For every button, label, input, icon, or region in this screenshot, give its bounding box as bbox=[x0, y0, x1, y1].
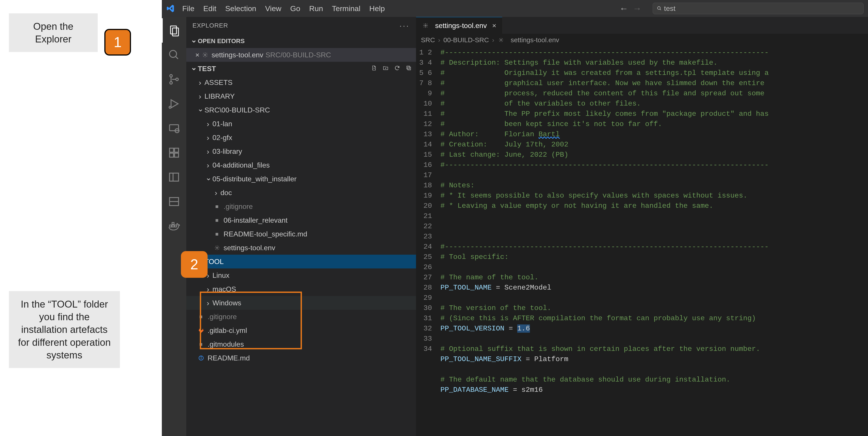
breadcrumb-part[interactable]: settings-tool.env bbox=[510, 36, 559, 44]
activity-source-control-icon[interactable] bbox=[162, 67, 186, 92]
menu-edit[interactable]: Edit bbox=[203, 4, 216, 13]
collapse-all-icon[interactable] bbox=[406, 65, 411, 72]
file-settings-env[interactable]: settings-tool.env bbox=[186, 241, 416, 255]
new-file-icon[interactable] bbox=[371, 65, 377, 72]
svg-rect-13 bbox=[169, 148, 174, 152]
file-readme[interactable]: README.md bbox=[186, 351, 416, 365]
menu-go[interactable]: Go bbox=[290, 4, 300, 13]
svg-point-25 bbox=[205, 54, 206, 56]
file-gitlab-ci[interactable]: .gitlab-ci.yml bbox=[186, 324, 416, 337]
folder-01-lan[interactable]: 01-lan bbox=[186, 117, 416, 131]
diamond-icon bbox=[196, 339, 207, 350]
menu-terminal[interactable]: Terminal bbox=[332, 4, 360, 13]
folder-tool[interactable]: TOOL bbox=[186, 255, 416, 268]
folder-library[interactable]: LIBRARY bbox=[186, 89, 416, 103]
svg-line-1 bbox=[660, 9, 661, 10]
diamond-icon bbox=[212, 201, 222, 212]
new-folder-icon[interactable] bbox=[383, 65, 389, 72]
activity-run-debug-icon[interactable] bbox=[162, 92, 186, 116]
folder-doc[interactable]: doc bbox=[186, 186, 416, 200]
editor-tabs: settings-tool.env × bbox=[416, 17, 868, 34]
annotation-1: Open the Explorer bbox=[9, 13, 98, 52]
tab-label: settings-tool.env bbox=[435, 22, 487, 30]
menu-view[interactable]: View bbox=[265, 4, 281, 13]
svg-marker-9 bbox=[171, 100, 178, 108]
chevron-right-icon: › bbox=[492, 36, 494, 44]
diamond-icon bbox=[212, 215, 222, 226]
menu-selection[interactable]: Selection bbox=[225, 4, 256, 13]
svg-rect-24 bbox=[172, 223, 174, 225]
svg-rect-17 bbox=[169, 173, 179, 181]
code-body[interactable]: #---------------------------------------… bbox=[436, 46, 868, 436]
search-value: test bbox=[664, 4, 676, 13]
svg-rect-3 bbox=[173, 28, 179, 36]
folder-src-build[interactable]: SRC\00-BUILD-SRC bbox=[186, 103, 416, 117]
menu-file[interactable]: File bbox=[182, 4, 194, 13]
svg-point-0 bbox=[657, 6, 660, 9]
activity-docker-icon[interactable] bbox=[162, 214, 186, 238]
editor-tab-settings[interactable]: settings-tool.env × bbox=[416, 17, 502, 34]
file-gitignore-1[interactable]: .gitignore bbox=[186, 200, 416, 213]
close-tab-icon[interactable]: × bbox=[492, 22, 496, 30]
svg-rect-11 bbox=[169, 125, 179, 131]
menu-bar: File Edit Selection View Go Run Terminal… bbox=[162, 0, 868, 17]
step-badge-1: 1 bbox=[104, 29, 131, 56]
explorer-more-icon[interactable]: ··· bbox=[400, 21, 410, 30]
folder-linux[interactable]: Linux bbox=[186, 268, 416, 282]
folder-windows[interactable]: Windows bbox=[186, 296, 416, 310]
folder-04-additional[interactable]: 04-additional_files bbox=[186, 158, 416, 172]
activity-panel-b-icon[interactable] bbox=[162, 189, 186, 214]
breadcrumb-part[interactable]: 00-BUILD-SRC bbox=[443, 36, 489, 44]
folder-02-gfx[interactable]: 02-gfx bbox=[186, 131, 416, 144]
file-gitmodules[interactable]: .gitmodules bbox=[186, 337, 416, 351]
svg-point-32 bbox=[425, 25, 426, 26]
folder-05-distribute[interactable]: 05-distribute_with_installer bbox=[186, 172, 416, 186]
open-editor-item[interactable]: × settings-tool.env SRC/00-BUILD-SRC bbox=[186, 48, 416, 62]
close-editor-icon[interactable]: × bbox=[193, 51, 202, 59]
open-editors-label: OPEN EDITORS bbox=[198, 37, 245, 45]
step-badge-2: 2 bbox=[181, 251, 208, 278]
svg-rect-21 bbox=[169, 225, 172, 227]
file-readme-tool[interactable]: README-tool_specific.md bbox=[186, 227, 416, 241]
file-06-installer[interactable]: 06-installer_relevant bbox=[186, 213, 416, 227]
nav-forward-icon[interactable]: → bbox=[633, 4, 642, 13]
folder-03-library[interactable]: 03-library bbox=[186, 144, 416, 158]
menu-help[interactable]: Help bbox=[369, 4, 385, 13]
activity-extensions-icon[interactable] bbox=[162, 141, 186, 165]
nav-back-icon[interactable]: ← bbox=[619, 4, 628, 13]
code-editor[interactable]: 1 2 3 4 5 6 7 8 9 10 11 12 13 14 15 16 1… bbox=[416, 46, 868, 436]
open-editor-filename: settings-tool.env bbox=[212, 51, 263, 59]
folder-assets[interactable]: ASSETS bbox=[186, 76, 416, 89]
svg-point-8 bbox=[176, 78, 178, 81]
activity-remote-icon[interactable] bbox=[162, 116, 186, 141]
diamond-icon bbox=[196, 311, 207, 322]
refresh-icon[interactable] bbox=[394, 65, 400, 72]
activity-bar bbox=[162, 17, 186, 436]
gear-icon bbox=[497, 36, 505, 44]
workspace-root[interactable]: TEST bbox=[186, 62, 416, 76]
command-center-search[interactable]: test bbox=[653, 3, 864, 14]
open-editors-header[interactable]: OPEN EDITORS bbox=[186, 34, 416, 48]
folder-macos[interactable]: macOS bbox=[186, 282, 416, 296]
editor-area: settings-tool.env × SRC › 00-BUILD-SRC ›… bbox=[416, 17, 868, 436]
menu-run[interactable]: Run bbox=[309, 4, 323, 13]
breadcrumb-part[interactable]: SRC bbox=[421, 36, 435, 44]
file-gitignore-2[interactable]: .gitignore bbox=[186, 310, 416, 324]
svg-rect-16 bbox=[175, 153, 179, 157]
breadcrumbs[interactable]: SRC › 00-BUILD-SRC › settings-tool.env bbox=[416, 34, 868, 46]
activity-explorer-icon[interactable] bbox=[162, 18, 186, 43]
svg-point-7 bbox=[170, 82, 172, 84]
activity-panel-a-icon[interactable] bbox=[162, 165, 186, 189]
diamond-icon bbox=[212, 229, 222, 239]
svg-line-5 bbox=[176, 56, 178, 59]
explorer-sidebar: EXPLORER ··· OPEN EDITORS × settings-too… bbox=[186, 17, 416, 436]
gitlab-icon bbox=[197, 327, 205, 334]
svg-rect-22 bbox=[172, 225, 174, 227]
svg-rect-2 bbox=[170, 26, 177, 34]
svg-rect-15 bbox=[169, 153, 174, 157]
explorer-header: EXPLORER ··· bbox=[186, 17, 416, 34]
activity-search-icon[interactable] bbox=[162, 43, 186, 67]
svg-point-33 bbox=[501, 39, 502, 41]
svg-rect-23 bbox=[175, 225, 177, 227]
vscode-window: File Edit Selection View Go Run Terminal… bbox=[162, 0, 868, 436]
